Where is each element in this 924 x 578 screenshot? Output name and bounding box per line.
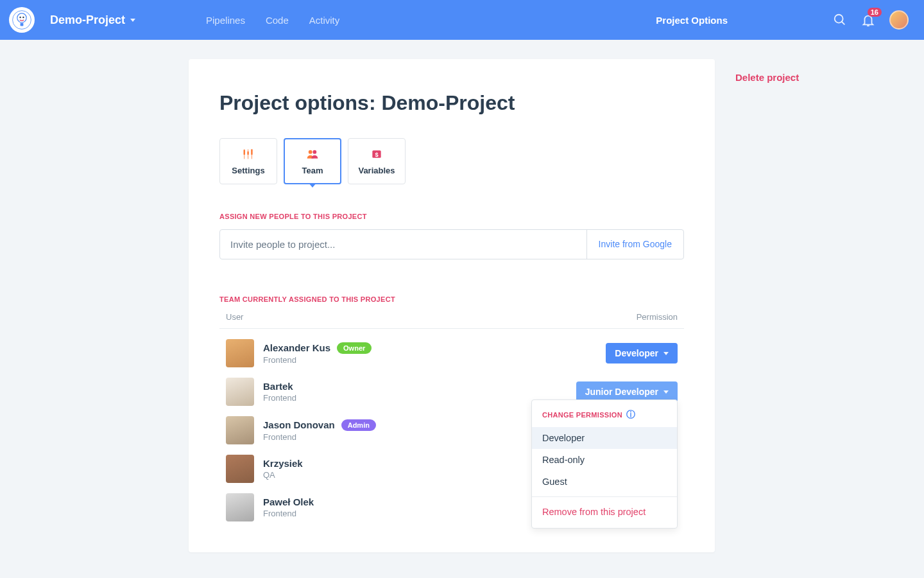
team-section-label: TEAM CURRENTLY ASSIGNED TO THIS PROJECT: [219, 295, 684, 303]
notifications-badge: 16: [868, 8, 882, 17]
sliders-icon: [242, 148, 255, 161]
variables-icon: $: [370, 148, 383, 161]
permission-dropdown: CHANGE PERMISSIONⓘDeveloperRead-onlyGues…: [531, 399, 678, 529]
member-avatar: [226, 493, 254, 521]
project-switcher[interactable]: Demo-Project: [50, 13, 135, 27]
svg-point-5: [835, 15, 843, 23]
search-icon[interactable]: [833, 13, 847, 27]
member-role: Frontend: [263, 509, 314, 518]
permission-option[interactable]: Guest: [532, 471, 677, 493]
member-role: Frontend: [263, 393, 296, 403]
tab-label: Variables: [358, 166, 395, 175]
nav-pipelines[interactable]: Pipelines: [206, 15, 245, 26]
invite-input[interactable]: [220, 230, 586, 259]
member-avatar: [226, 416, 254, 444]
permission-option[interactable]: Developer: [532, 427, 677, 449]
member-role: Frontend: [263, 432, 376, 442]
nav-activity[interactable]: Activity: [309, 15, 340, 26]
permission-option[interactable]: Read-only: [532, 449, 677, 471]
col-user: User: [226, 312, 243, 322]
options-tabs: Settings Team $ Variables: [219, 138, 684, 184]
nav-project-options[interactable]: Project Options: [656, 15, 728, 26]
team-icon: [306, 148, 319, 161]
page-title: Project options: Demo-Project: [219, 91, 684, 115]
user-avatar[interactable]: [889, 10, 909, 30]
permission-dropdown-button[interactable]: Developer: [606, 343, 678, 363]
tab-label: Team: [302, 166, 323, 175]
dropdown-separator: [532, 496, 677, 497]
help-icon[interactable]: ⓘ: [626, 409, 635, 421]
col-permission: Permission: [637, 312, 678, 322]
member-row: BartekFrontendJunior DeveloperCHANGE PER…: [219, 372, 684, 411]
svg-line-6: [842, 22, 845, 25]
member-row: Alexander KusOwnerFrontendDeveloper: [219, 334, 684, 372]
svg-point-15: [312, 150, 316, 153]
tab-label: Settings: [232, 166, 264, 175]
svg-rect-4: [21, 23, 24, 26]
member-avatar: [226, 339, 254, 367]
invite-from-google-button[interactable]: Invite from Google: [586, 230, 683, 259]
remove-from-project[interactable]: Remove from this project: [532, 501, 677, 523]
svg-text:$: $: [375, 152, 378, 158]
delete-project-link[interactable]: Delete project: [735, 72, 799, 83]
member-info: BartekFrontend: [263, 381, 296, 403]
project-name: Demo-Project: [50, 13, 125, 27]
app-logo[interactable]: [9, 7, 35, 33]
header-right: Project Options 16: [656, 10, 909, 30]
member-badge: Owner: [337, 342, 372, 354]
notifications-icon[interactable]: 16: [861, 13, 875, 27]
svg-point-2: [19, 17, 21, 18]
main-nav: Pipelines Code Activity: [206, 15, 339, 26]
member-info: KrzysiekQA: [263, 458, 303, 480]
chevron-down-icon: [130, 19, 135, 22]
app-header: Demo-Project Pipelines Code Activity Pro…: [0, 0, 924, 40]
member-avatar: [226, 378, 254, 406]
project-options-card: Project options: Demo-Project Settings T…: [189, 59, 715, 552]
member-name: Alexander KusOwner: [263, 342, 372, 354]
chevron-down-icon: [663, 390, 669, 394]
tab-variables[interactable]: $ Variables: [348, 138, 406, 184]
member-role: Frontend: [263, 355, 372, 365]
member-info: Paweł OlekFrontend: [263, 496, 314, 518]
member-name: Paweł Olek: [263, 496, 314, 507]
member-name: Krzysiek: [263, 458, 303, 469]
svg-point-14: [309, 150, 312, 153]
assign-section-label: ASSIGN NEW PEOPLE TO THIS PROJECT: [219, 213, 684, 220]
tab-team[interactable]: Team: [284, 138, 341, 184]
side-actions: Delete project: [735, 59, 799, 83]
member-name: Jason DonovanAdmin: [263, 419, 376, 431]
team-table-header: User Permission: [219, 312, 684, 329]
svg-point-3: [22, 17, 24, 18]
member-name: Bartek: [263, 381, 296, 392]
chevron-down-icon: [663, 352, 669, 355]
svg-point-1: [17, 13, 26, 22]
invite-box: Invite from Google: [219, 229, 684, 259]
member-role: QA: [263, 470, 303, 480]
member-avatar: [226, 455, 254, 483]
member-info: Jason DonovanAdminFrontend: [263, 419, 376, 442]
tab-settings[interactable]: Settings: [219, 138, 277, 184]
dropdown-header: CHANGE PERMISSIONⓘ: [532, 409, 677, 427]
nav-code[interactable]: Code: [266, 15, 289, 26]
member-info: Alexander KusOwnerFrontend: [263, 342, 372, 365]
member-badge: Admin: [341, 419, 376, 431]
